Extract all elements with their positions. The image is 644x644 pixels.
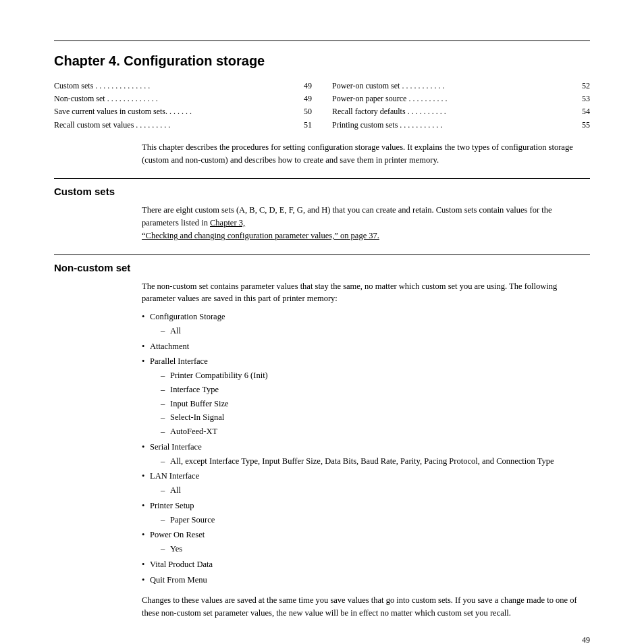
custom-sets-content: There are eight custom sets (A, B, C, D,…	[142, 204, 590, 242]
toc-row: Power-on paper source . . . . . . . . . …	[332, 92, 590, 105]
sub-list: All, except Interface Type, Input Buffer…	[161, 455, 590, 468]
toc-label: Power-on paper source	[332, 92, 406, 105]
sub-list-item: Input Buffer Size	[161, 398, 590, 410]
sub-list: Yes	[161, 543, 590, 556]
chapter3-link[interactable]: Chapter 3,	[210, 218, 245, 227]
toc-label: Printing custom sets	[332, 119, 398, 132]
toc-page: 54	[576, 105, 590, 118]
toc-page: 52	[576, 80, 590, 92]
toc-label: Save current values in custom sets.	[54, 105, 167, 118]
toc-page: 49	[298, 92, 312, 105]
toc-label: Power-on custom set	[332, 80, 400, 92]
list-item: Attachment	[142, 340, 590, 353]
list-item: Configuration StorageAll	[142, 311, 590, 338]
toc-page: 51	[298, 119, 312, 132]
top-rule	[54, 41, 590, 41]
toc-dots: . . . . . . . . . . . . .	[107, 92, 296, 105]
list-item: Quit From Menu	[142, 574, 590, 587]
toc-page: 55	[576, 119, 590, 132]
sub-list-item: All	[161, 325, 590, 338]
sub-list-item: AutoFeed-XT	[161, 425, 590, 438]
page-number: 49	[582, 635, 590, 644]
toc-row: Power-on custom set . . . . . . . . . . …	[332, 80, 590, 92]
list-item: Printer SetupPaper Source	[142, 500, 590, 527]
toc-dots: . . . . . . . . . .	[408, 92, 574, 105]
non-custom-set-rule	[54, 254, 590, 255]
toc-row: Custom sets . . . . . . . . . . . . . .4…	[54, 80, 312, 92]
toc-row: Printing custom sets . . . . . . . . . .…	[332, 119, 590, 132]
non-custom-intro: The non-custom set contains parameter va…	[142, 280, 590, 306]
toc-dots: . . . . . . . . . . .	[402, 80, 574, 92]
toc-dots: . . . . . . . . .	[136, 119, 296, 132]
toc-label: Custom sets	[54, 80, 93, 92]
sub-list-item: Interface Type	[161, 383, 590, 396]
toc-dots: . . . . . . . . . .	[408, 105, 574, 118]
sub-list-item: Paper Source	[161, 514, 590, 527]
list-item: LAN InterfaceAll	[142, 470, 590, 497]
non-custom-set-content: The non-custom set contains parameter va…	[142, 280, 590, 620]
toc-dots: . . . . . .	[169, 105, 296, 118]
toc-row: Non-custom set . . . . . . . . . . . . .…	[54, 92, 312, 105]
intro-paragraph: This chapter describes the procedures fo…	[142, 141, 590, 167]
sub-list: Printer Compatibility 6 (Init)Interface …	[161, 369, 590, 438]
sub-list-item: All, except Interface Type, Input Buffer…	[161, 455, 590, 468]
list-item: Serial InterfaceAll, except Interface Ty…	[142, 441, 590, 468]
list-item: Power On ResetYes	[142, 529, 590, 556]
custom-sets-text-before: There are eight custom sets (A, B, C, D,…	[142, 205, 552, 227]
toc-left-col: Custom sets . . . . . . . . . . . . . .4…	[54, 80, 312, 132]
toc-row: Save current values in custom sets. . . …	[54, 105, 312, 118]
toc-row: Recall factory defaults . . . . . . . . …	[332, 105, 590, 118]
non-custom-set-heading: Non-custom set	[54, 262, 590, 273]
non-custom-bullet-list: Configuration StorageAllAttachmentParall…	[142, 311, 590, 586]
intro-text: This chapter describes the procedures fo…	[142, 142, 573, 165]
toc-label: Non-custom set	[54, 92, 105, 105]
toc-page: 49	[298, 80, 312, 92]
custom-sets-text-after: “Checking and changing configuration par…	[142, 231, 379, 240]
sub-list: All	[161, 484, 590, 497]
non-custom-closing: Changes to these values are saved at the…	[142, 594, 590, 620]
list-item: Parallel InterfacePrinter Compatibility …	[142, 355, 590, 438]
toc-label: Recall factory defaults	[332, 105, 406, 118]
toc-row: Recall custom set values . . . . . . . .…	[54, 119, 312, 132]
sub-list-item: All	[161, 484, 590, 497]
toc-page: 53	[576, 92, 590, 105]
sub-list: Paper Source	[161, 514, 590, 527]
toc-dots: . . . . . . . . . . .	[400, 119, 574, 132]
toc-right-col: Power-on custom set . . . . . . . . . . …	[332, 80, 590, 132]
toc-label: Recall custom set values	[54, 119, 134, 132]
list-item: Vital Product Data	[142, 558, 590, 571]
page: Chapter 4. Configuration storage Custom …	[0, 0, 644, 644]
custom-sets-rule	[54, 178, 590, 179]
sub-list: All	[161, 325, 590, 338]
sub-list-item: Printer Compatibility 6 (Init)	[161, 369, 590, 382]
toc-section: Custom sets . . . . . . . . . . . . . .4…	[54, 80, 590, 132]
toc-page: 50	[298, 105, 312, 118]
sub-list-item: Select-In Signal	[161, 411, 590, 424]
sub-list-item: Yes	[161, 543, 590, 556]
toc-dots: . . . . . . . . . . . . . .	[95, 80, 296, 92]
chapter-title: Chapter 4. Configuration storage	[54, 53, 590, 69]
custom-sets-heading: Custom sets	[54, 186, 590, 197]
